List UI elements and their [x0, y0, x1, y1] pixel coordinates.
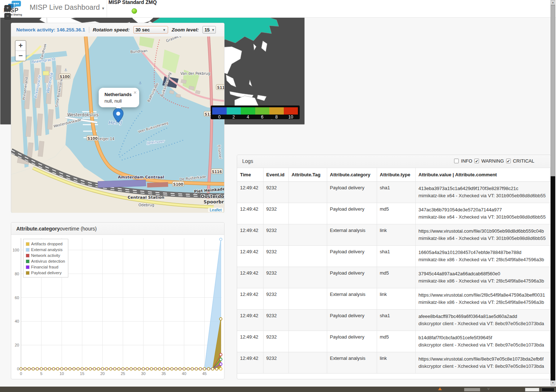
legend-color-cell [227, 107, 241, 115]
road-badge-label: S100 [87, 137, 98, 141]
chart-legend-item: Financial fraud [26, 264, 65, 270]
x-axis-tick-label: 25 [121, 371, 125, 376]
legend-label: Financial fraud [31, 265, 58, 269]
y-axis-tick-label: 40 [15, 319, 19, 323]
world-zoom-out-button[interactable]: − [4, 13, 11, 20]
leaflet-attribution[interactable]: Leaflet [208, 208, 223, 212]
log-attribute-category: Payload delivery [327, 246, 377, 267]
chart-point-marker [162, 367, 165, 370]
scrollbar-thumb[interactable] [551, 5, 555, 176]
filter-warning-checkbox[interactable]: ✔ [474, 159, 479, 163]
chart-point-marker [219, 353, 222, 356]
log-attribute-type: md5 [377, 267, 415, 288]
log-attribute-value: 347ac3b6b791054de3e5720a7144a977mimikatz… [415, 203, 551, 224]
leaflet-map-canvas[interactable]: ⚓ ⚓ RealengrachtZandhoekWesterdokPrinsen… [11, 36, 224, 213]
log-attribute-type: sha1 [377, 310, 415, 331]
taskbar-warning-icon[interactable] [438, 387, 442, 390]
map-zoom-in-button[interactable]: + [16, 41, 26, 51]
scrollbar[interactable]: ▲ ▼ [551, 0, 555, 387]
taskbar-item[interactable] [464, 388, 480, 391]
chart-point-marker [81, 367, 84, 370]
rotation-speed-select[interactable]: 30 sec▼ [133, 26, 168, 34]
world-zoom-in-button[interactable]: + [4, 5, 11, 12]
chart-point-marker [175, 367, 177, 370]
filter-critical-checkbox[interactable]: ✔ [506, 159, 511, 163]
filter-info-checkbox[interactable] [454, 159, 459, 163]
close-icon[interactable]: × [133, 89, 137, 95]
chart-point-marker [77, 367, 79, 370]
log-attribute-tag [288, 310, 327, 331]
log-attribute-tag [288, 288, 327, 310]
legend-swatch [26, 254, 30, 258]
legend-tick-label: 4 [241, 115, 255, 120]
zmq-status-indicator [132, 8, 137, 14]
log-row: 12:49:429232Payload deliverymd5b14d8faf7… [237, 331, 551, 352]
map-label: Odebrug [138, 203, 154, 207]
x-axis-tick-label: 45 [202, 371, 206, 376]
scroll-up-icon[interactable]: ▲ [551, 0, 555, 5]
log-attribute-type: sha1 [377, 246, 415, 267]
network-panel-header: Network activity: 146.255.36.1 Rotation … [11, 23, 224, 37]
chart-legend-item: Antivirus detection [26, 258, 65, 264]
chart-point-marker [215, 367, 218, 370]
log-time: 12:49:42 [237, 182, 263, 203]
chart-point-marker [44, 367, 47, 370]
map-zoom-out-button[interactable]: − [16, 51, 26, 61]
chart-point-marker [154, 367, 157, 370]
log-attribute-category: External analysis [327, 224, 377, 246]
scroll-down-icon[interactable]: ▼ [551, 380, 555, 385]
legend-swatch [26, 265, 30, 269]
log-row: 12:49:429232External analysislinkhttps:/… [237, 352, 551, 374]
road-badge-label: S116 [212, 170, 222, 174]
log-value: b14d8faf7f0cbcfad051cefe5f39645f [419, 334, 548, 341]
log-attribute-type: md5 [377, 203, 415, 224]
column-header: Attribute.category [327, 168, 377, 182]
log-comment: mimikatz-like x86 - Xchecked via VT: 2f8… [419, 256, 548, 263]
y-axis-tick-label: 100 [13, 248, 19, 252]
log-value: https://www.virustotal.com/file/8ebc97e0… [419, 356, 548, 363]
x-axis-tick-label: 10 [60, 371, 64, 376]
chart-point-marker [64, 367, 67, 370]
taskbar-icon[interactable]: ⑂ [487, 387, 489, 391]
log-row: 12:49:429232Payload deliverymd5347ac3b6b… [237, 203, 551, 224]
app-title-dropdown[interactable]: MISP Live Dashboard▾ [30, 3, 104, 12]
x-axis-tick-label: 5 [40, 371, 42, 376]
map-label: Westerdoksluis [67, 112, 99, 117]
chart-point-marker [187, 367, 189, 370]
chart-point-marker [191, 367, 193, 370]
log-attribute-type: link [377, 224, 415, 246]
log-attribute-value: https://www.virustotal.com/file/2f8c54f9… [415, 288, 551, 310]
log-filters: INFO✔WARNING✔CRITICAL [454, 158, 534, 164]
logs-title: Logs [242, 158, 253, 164]
log-attribute-category: Payload delivery [327, 182, 377, 203]
taskbar-item[interactable] [525, 388, 539, 392]
chart-panel-header: Attribute.category overtime (hours) [11, 223, 224, 235]
legend-label: Network activity [31, 253, 60, 258]
amsterdam-map[interactable]: ⚓ ⚓ RealengrachtZandhoekWesterdokPrinsen… [11, 36, 224, 213]
taskbar-item[interactable] [542, 388, 555, 392]
chart-point-marker [60, 367, 63, 370]
chart-point-marker [219, 358, 222, 361]
log-time: 12:49:42 [237, 267, 263, 288]
map-marker-icon[interactable] [113, 108, 124, 123]
chart-legend-item: Artifacts dropped [26, 241, 65, 247]
log-event-id: 9232 [263, 182, 288, 203]
popup-country-name: Netherlands [104, 92, 132, 97]
log-time: 12:49:42 [237, 246, 263, 267]
chart-point-marker [20, 367, 22, 370]
log-time: 12:49:42 [237, 203, 263, 224]
log-time: 12:49:42 [237, 310, 263, 331]
log-attribute-value: 16605a4a29a101208457c47ebfde788487be788d… [415, 246, 551, 267]
chart-point-marker [219, 238, 222, 241]
legend-color-cell [255, 107, 270, 115]
scrollbar-track[interactable] [551, 176, 555, 380]
log-comment: mimikatz-like x64 - Xchecked via VT: 301… [419, 192, 548, 199]
chart-point-marker [195, 367, 197, 370]
log-row: 12:49:429232Payload deliverysha1413eba39… [237, 182, 551, 203]
chart-point-marker [121, 367, 124, 370]
road-badge-label: S100 [173, 182, 183, 186]
logs-table: TimeEvent.idAttribute.TagAttribute.categ… [237, 168, 551, 374]
zoom-level-select[interactable]: 15▼ [202, 26, 216, 34]
legend-label: Artifacts dropped [31, 242, 63, 246]
legend-swatch [26, 271, 30, 275]
